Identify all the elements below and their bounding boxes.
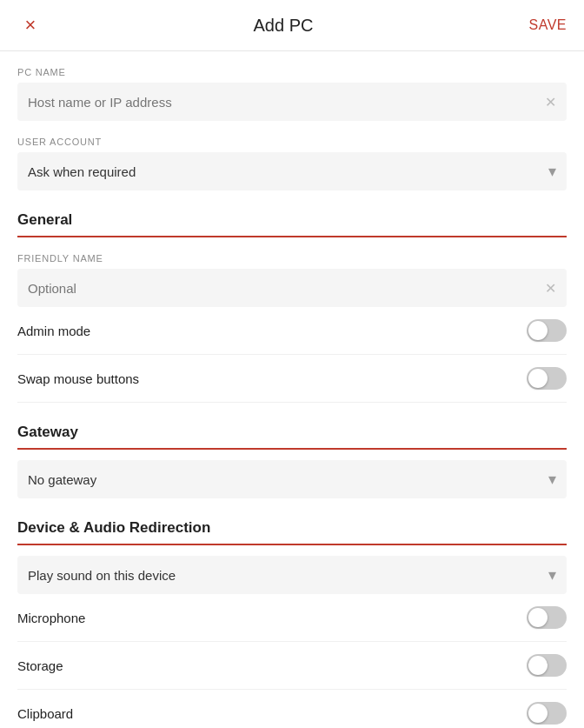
save-button[interactable]: SAVE [523,17,567,33]
pc-name-clear-icon[interactable]: ✕ [545,94,556,110]
page-title: Add PC [43,16,523,36]
sound-arrow-icon: ▾ [548,565,556,584]
gateway-arrow-icon: ▾ [548,470,556,489]
user-account-arrow-icon: ▾ [548,162,556,181]
user-account-label: USER ACCOUNT [17,137,567,147]
device-audio-section-title: Device & Audio Redirection [17,519,210,536]
header: × Add PC SAVE [0,0,584,51]
general-section-title: General [17,211,72,228]
gateway-section-title: Gateway [17,424,78,440]
friendly-name-input-wrap: ✕ [17,269,567,307]
gateway-value: No gateway [28,472,548,487]
clipboard-label: Clipboard [17,706,73,721]
pc-name-input-wrap: ✕ [17,83,567,121]
clipboard-row: Clipboard [17,690,567,728]
user-account-dropdown[interactable]: Ask when required ▾ [17,152,567,190]
form-content: PC NAME ✕ USER ACCOUNT Ask when required… [0,67,584,728]
friendly-name-clear-icon[interactable]: ✕ [545,280,556,297]
microphone-label: Microphone [17,611,85,625]
friendly-name-label: FRIENDLY NAME [17,253,567,264]
microphone-row: Microphone [17,594,567,642]
sound-value: Play sound on this device [28,568,548,583]
swap-mouse-row: Swap mouse buttons [17,355,567,403]
general-section-header: General [17,211,567,237]
clipboard-toggle[interactable] [527,702,567,725]
friendly-name-input[interactable] [28,281,545,296]
sound-dropdown[interactable]: Play sound on this device ▾ [17,556,567,594]
gateway-dropdown[interactable]: No gateway ▾ [17,460,567,498]
microphone-toggle[interactable] [527,606,567,629]
swap-mouse-label: Swap mouse buttons [17,371,139,386]
admin-mode-row: Admin mode [17,307,567,355]
gateway-section-header: Gateway [17,424,567,450]
storage-row: Storage [17,642,567,690]
pc-name-label: PC NAME [17,67,567,77]
admin-mode-toggle[interactable] [527,319,567,342]
add-pc-card: × Add PC SAVE PC NAME ✕ USER ACCOUNT Ask… [0,0,584,728]
storage-label: Storage [17,658,63,673]
pc-name-input[interactable] [28,95,545,110]
close-button[interactable]: × [17,14,43,37]
device-audio-section-header: Device & Audio Redirection [17,519,567,545]
storage-toggle[interactable] [527,654,567,677]
swap-mouse-toggle[interactable] [527,367,567,390]
user-account-value: Ask when required [28,164,548,179]
admin-mode-label: Admin mode [17,324,90,338]
